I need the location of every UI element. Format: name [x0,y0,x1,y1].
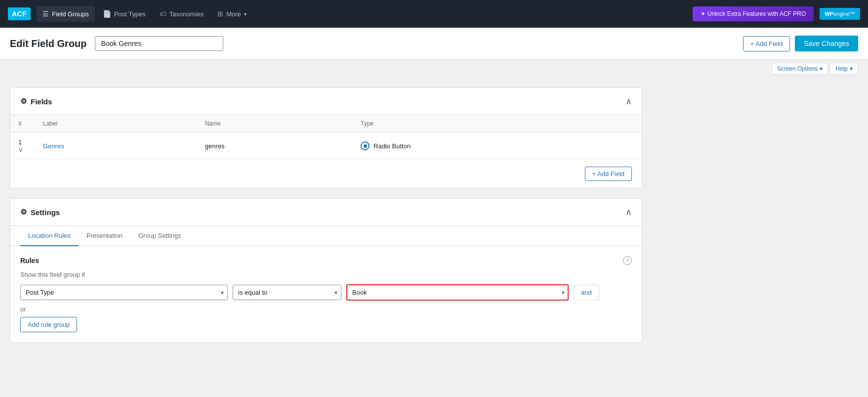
fields-card-title: ⚙ Fields [20,97,52,106]
add-field-header-label: + Add Field [750,40,783,47]
fields-card-body: # Label Name Type 1 ∨ Gen [10,115,642,188]
fields-card-header: ⚙ Fields ∧ [10,88,642,115]
field-number: 1 [18,138,22,146]
rules-section-header: Rules ? [20,256,632,265]
header-actions: + Add Field Save Changes [743,36,858,51]
add-rule-group-button[interactable]: Add rule group [20,317,77,332]
add-rule-group-label: Add rule group [28,321,70,328]
nav-label-field-groups: Field Groups [52,10,88,18]
taxonomies-icon: 🏷 [160,10,166,18]
tab-location-rules[interactable]: Location Rules [20,226,79,246]
wpengine-logo: WPengine™ [820,8,860,20]
field-name-text: genres [205,142,225,150]
radio-button-inner [364,144,367,148]
page-title: Edit Field Group [10,38,87,49]
wpengine-label2: engine [833,11,850,17]
table-row: 1 ∨ Genres genres [10,132,642,160]
help-label: Help [835,65,848,72]
rules-help-icon[interactable]: ? [623,256,632,265]
field-group-name-input[interactable] [95,36,223,51]
radio-button-icon [361,141,370,150]
fields-collapse-button[interactable]: ∧ [625,96,632,107]
add-field-bottom-area: + Add Field [10,159,642,188]
nav-label-more: More [226,10,241,18]
settings-title-label: Settings [31,208,60,217]
unlock-pro-label: ✦ Unlock Extra Features with ACF PRO [701,10,806,17]
field-label-cell: Genres [35,132,197,160]
field-name-cell: genres [197,132,353,160]
screen-options-button[interactable]: Screen Options ▾ [772,63,828,75]
field-type-text: Radio Button [373,142,411,150]
operator-select-wrapper: is equal to is not equal to [233,285,341,300]
screen-options-bar: Screen Options ▾ Help ▾ [0,60,868,78]
help-chevron-icon: ▾ [850,65,853,72]
value-select-wrapper: Book Post Page [346,284,569,301]
save-changes-button[interactable]: Save Changes [795,36,858,51]
nav-label-post-types: Post Types [114,10,146,18]
more-icon: ⊞ [217,10,223,18]
value-select[interactable]: Book Post Page [346,284,569,301]
and-label: and [581,289,592,296]
field-type-cell: Radio Button [353,132,642,160]
tab-presentation[interactable]: Presentation [79,226,130,246]
fields-title-label: Fields [31,97,52,106]
settings-card-header: ⚙ Settings ∧ [10,199,642,226]
nav-label-taxonomies: Taxonomies [169,10,204,18]
save-changes-label: Save Changes [804,40,849,47]
field-label-text: Genres [43,142,64,150]
field-collapse-arrow[interactable]: ∨ [18,146,23,153]
field-number-cell: 1 ∨ [10,132,35,160]
col-header-type: Type [353,115,642,132]
add-field-button-header[interactable]: + Add Field [743,36,790,51]
fields-table-header-row: # Label Name Type [10,115,642,132]
tab-location-rules-label: Location Rules [28,232,71,239]
acf-logo: ACF [8,7,31,20]
tab-group-settings[interactable]: Group Settings [130,226,189,246]
show-if-label: Show this field group if [20,271,632,278]
screen-options-chevron-icon: ▾ [820,65,823,72]
post-type-select-wrapper: Post Type Page User Taxonomy Widget [20,285,228,300]
settings-card: ⚙ Settings ∧ Location Rules Presentation… [10,198,642,343]
post-type-select[interactable]: Post Type Page User Taxonomy Widget [20,285,228,300]
field-groups-icon: ☰ [42,10,49,18]
post-types-icon: 📄 [103,10,111,18]
tab-group-settings-label: Group Settings [138,232,181,239]
nav-item-field-groups[interactable]: ☰ Field Groups [37,6,94,22]
rules-label: Rules [20,257,39,265]
col-header-name: Name [197,115,353,132]
add-field-bottom-button[interactable]: + Add Field [585,167,632,181]
col-header-hash: # [10,115,35,132]
add-field-bottom-label: + Add Field [592,170,624,177]
or-label: or [20,306,632,313]
main-content: ⚙ Fields ∧ # Label Name Type [0,78,652,362]
wpengine-label: WP [825,11,833,17]
operator-select[interactable]: is equal to is not equal to [233,285,341,300]
settings-gear-icon: ⚙ [20,208,27,217]
and-button[interactable]: and [574,285,599,300]
nav-item-more[interactable]: ⊞ More ▾ [211,6,252,22]
nav-item-post-types[interactable]: 📄 Post Types [97,6,152,22]
screen-options-label: Screen Options [777,65,818,72]
fields-table: # Label Name Type 1 ∨ Gen [10,115,642,159]
col-header-label: Label [35,115,197,132]
settings-tabs: Location Rules Presentation Group Settin… [10,226,642,246]
help-button[interactable]: Help ▾ [830,63,858,75]
fields-gear-icon: ⚙ [20,97,27,106]
rule-row: Post Type Page User Taxonomy Widget is e… [20,284,632,301]
more-chevron-icon: ▾ [244,11,247,17]
fields-card: ⚙ Fields ∧ # Label Name Type [10,88,642,188]
settings-body: Rules ? Show this field group if Post Ty… [10,246,642,342]
field-label-link[interactable]: Genres [43,142,64,150]
nav-item-taxonomies[interactable]: 🏷 Taxonomies [154,6,209,22]
settings-card-title: ⚙ Settings [20,208,60,217]
page-header: Edit Field Group + Add Field Save Change… [0,28,868,60]
unlock-pro-button[interactable]: ✦ Unlock Extra Features with ACF PRO [693,6,814,21]
tab-presentation-label: Presentation [86,232,123,239]
top-navigation: ACF ☰ Field Groups 📄 Post Types 🏷 Taxono… [0,0,868,28]
settings-collapse-button[interactable]: ∧ [625,207,632,218]
